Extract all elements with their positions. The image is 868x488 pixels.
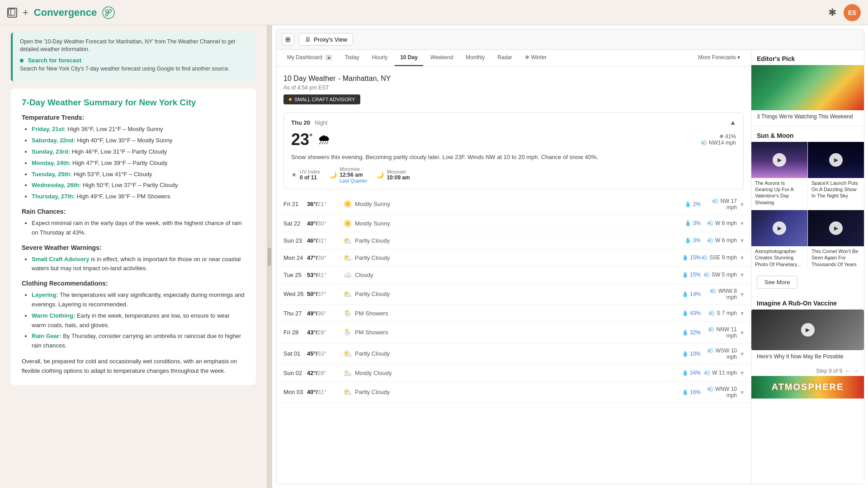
weather-location: - Manhattan, NY (338, 75, 391, 82)
nav-next-icon[interactable]: → (853, 368, 859, 374)
browser-panel-button[interactable]: ⊞ (282, 33, 294, 46)
tab-hourly[interactable]: Hourly (366, 50, 393, 66)
aurora-card[interactable]: ▶ The Aurora Is Gearing Up For A Valenti… (751, 142, 808, 209)
forecast-row[interactable]: Mon 03 40°/31° ⛅ Partly Cloudy 💧 16% 💨 W… (276, 382, 751, 403)
vaccine-card[interactable]: ▶ Here's Why It Now May Be Possible (751, 310, 864, 365)
browser-toolbar: ⊞ 🖥 Proxy's View (276, 29, 864, 50)
uv-index-item: ☀ UV Index 0 of 11 (291, 166, 320, 183)
tab-today[interactable]: Today (339, 50, 364, 66)
forecast-row[interactable]: Sun 02 42°/28° 🌥️ Mostly Cloudy 💧 24% 💨 … (276, 365, 751, 382)
current-weather-icon: 🌨 (318, 132, 330, 147)
forecast-date: Sat 01 (283, 350, 307, 357)
forecast-temps: 45°/33° (307, 350, 343, 357)
forecast-rain: 💧 2% (675, 201, 701, 207)
nav-prev-icon[interactable]: ← (845, 368, 850, 374)
spacex-play-button[interactable]: ▶ (829, 153, 843, 167)
forecast-row[interactable]: Mon 24 47°/39° ⛅ Partly Cloudy 💧 15% 💨 S… (276, 249, 751, 267)
forecast-wind: 💨 WNW 10 mph (701, 386, 737, 399)
settings-icon[interactable]: ✱ (828, 7, 836, 19)
proxy-view-button[interactable]: 🖥 Proxy's View (299, 33, 353, 46)
forecast-expand-button[interactable]: ▾ (741, 254, 744, 261)
forecast-expand-button[interactable]: ▾ (741, 310, 744, 317)
step-label: Step 9 of 9 (816, 368, 842, 374)
forecast-rain: 💧 15% (675, 272, 701, 278)
day-extra-info: ☀ UV Index 0 of 11 🌙 Moonrise (291, 166, 736, 183)
proxy-icon: 🖥 (305, 36, 311, 43)
forecast-expand-button[interactable]: ▾ (741, 329, 744, 336)
forecast-row[interactable]: Fri 21 36°/21° ☀️ Mostly Sunny 💧 2% 💨 NW… (276, 194, 751, 215)
vaccine-label: Here's Why It Now May Be Possible (751, 350, 864, 365)
forecast-icon: ☀️ (343, 200, 352, 208)
radar-image (751, 65, 864, 110)
overall-summary: Overall, be prepared for cold and occasi… (22, 357, 245, 376)
astro-card[interactable]: ▶ Astrophotographer Creates Stunning Pho… (751, 210, 808, 271)
forecast-icon: ⛅ (343, 253, 352, 262)
forecast-row[interactable]: Wed 26 50°/37° ⛅ Partly Cloudy 💧 14% 💨 W… (276, 284, 751, 305)
topbar-right: ✱ ES (828, 4, 861, 21)
forecast-expand-button[interactable]: ▾ (741, 350, 744, 357)
day-stats: ❄ 41% 💨 NW14 mph (701, 133, 736, 146)
astro-play-button[interactable]: ▶ (773, 221, 786, 235)
astro-image: ▶ (751, 210, 807, 246)
forecast-expand-button[interactable]: ▾ (741, 389, 744, 396)
forecast-icon: 🌥️ (343, 369, 352, 377)
forecast-expand-button[interactable]: ▾ (741, 220, 744, 227)
app-logo (102, 6, 115, 19)
panel-toggle-icon[interactable] (7, 8, 17, 18)
comet-play-button[interactable]: ▶ (829, 221, 843, 235)
spacex-card[interactable]: ▶ SpaceX Launch Puts On A Dazzling Show … (808, 142, 864, 209)
forecast-wind: 💨 W 11 mph (701, 370, 737, 376)
atmosphere-card[interactable]: ATMOSPHERE (751, 376, 864, 399)
forecast-row[interactable]: Fri 28 43°/28° 🌦️ PM Showers 💧 32% 💨 NNW… (276, 322, 751, 343)
forecast-row[interactable]: Thu 27 49°/36° 🌦️ PM Showers 💧 43% 💨 S 7… (276, 305, 751, 322)
user-avatar[interactable]: ES (844, 4, 861, 21)
tab-radar[interactable]: Radar (492, 50, 518, 66)
forecast-temps: 50°/37° (307, 291, 343, 297)
aurora-play-button[interactable]: ▶ (773, 153, 786, 167)
list-item: Sunday, 23rd: High 46°F, Low 31°F – Part… (32, 147, 245, 157)
forecast-expand-button[interactable]: ▾ (741, 291, 744, 298)
list-item: Saturday, 22nd: High 40°F, Low 30°F – Mo… (32, 136, 245, 145)
new-tab-button[interactable]: + (23, 7, 28, 19)
advisory-badge[interactable]: SMALL CRAFT ADVISORY (283, 94, 360, 104)
temperature-list: Friday, 21st: High 36°F, Low 21°F – Most… (22, 125, 245, 202)
tab-10day[interactable]: 10 Day (395, 50, 423, 66)
editors-pick-card[interactable]: 3 Things We're Watching This Weekend (751, 65, 864, 125)
panel-divider[interactable] (267, 25, 272, 488)
forecast-expand-button[interactable]: ▾ (741, 237, 744, 244)
forecast-wind: 💨 SSE 9 mph (701, 254, 737, 261)
vaccine-play-button[interactable]: ▶ (801, 323, 815, 337)
forecast-temps: 36°/21° (307, 201, 343, 207)
svg-rect-1 (10, 9, 11, 15)
topbar-left: + Convergence (7, 6, 115, 19)
forecast-row[interactable]: Sat 22 40°/30° ☀️ Mostly Sunny 💧 3% 💨 W … (276, 215, 751, 232)
forecast-icon: ⛅ (343, 388, 352, 396)
sun-moon-title: Sun & Moon (751, 127, 864, 142)
forecast-condition: Cloudy (355, 272, 675, 278)
list-item: Thursday, 27th: High 49°F, Low 36°F – PM… (32, 192, 245, 202)
sidebar-nav: Step 9 of 9 ← → (751, 366, 864, 376)
forecast-row[interactable]: Tue 25 53°/41° ☁️ Cloudy 💧 15% 💨 SW 5 mp… (276, 267, 751, 284)
tab-monthly[interactable]: Monthly (460, 50, 490, 66)
main-content: Open the '10-Day Weather Forecast for Ma… (0, 25, 868, 488)
forecast-row[interactable]: Sat 01 45°/33° ⛅ Partly Cloudy 💧 10% 💨 W… (276, 343, 751, 365)
tab-my-dashboard[interactable]: My Dashboard ● (282, 50, 337, 66)
forecast-expand-button[interactable]: ▾ (741, 271, 744, 278)
comet-image: ▶ (808, 210, 864, 246)
forecast-expand-button[interactable]: ▾ (741, 201, 744, 208)
forecast-condition: PM Showers (355, 310, 675, 317)
forecast-row[interactable]: Sun 23 46°/31° ⛅ Partly Cloudy 💧 3% 💨 W … (276, 232, 751, 249)
day-temp-row: 23° 🌨 ❄ 41% 💨 NW14 mph (291, 130, 736, 149)
weather-header: 10 Day Weather - Manhattan, NY As of 4:5… (276, 66, 751, 108)
comet-card[interactable]: ▶ This Comet Won't Be Seen Again For Tho… (808, 210, 864, 271)
list-item: Rain Gear: By Thursday, consider carryin… (32, 332, 245, 351)
see-more-button[interactable]: See More (757, 276, 797, 289)
tab-weekend[interactable]: Weekend (425, 50, 458, 66)
day-collapse-button[interactable]: ▲ (730, 119, 736, 126)
tab-more-forecasts[interactable]: More Forecasts ▾ (693, 50, 745, 66)
topbar: + Convergence ✱ ES (0, 0, 868, 25)
list-item: Layering: The temperatures will vary sig… (32, 291, 245, 310)
tab-winter[interactable]: ❄ Winter (519, 50, 552, 66)
forecast-expand-button[interactable]: ▾ (741, 369, 744, 376)
forecast-icon: ☁️ (343, 271, 352, 279)
